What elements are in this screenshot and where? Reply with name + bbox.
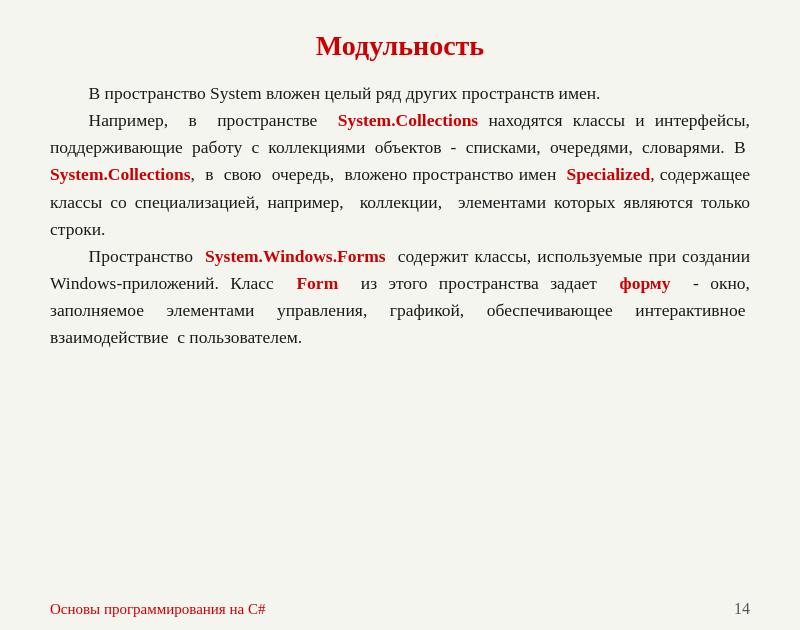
footer-title: Основы программирования на C# [50, 601, 265, 618]
slide-title: Модульность [50, 30, 750, 62]
slide: Модульность В пространство System вложен… [0, 0, 800, 630]
paragraph-3: Пространство System.Windows.Forms содерж… [50, 243, 750, 352]
highlight-system-windows-forms: System.Windows.Forms [205, 246, 386, 266]
highlight-forma: форму [620, 273, 671, 293]
highlight-form: Form [296, 273, 338, 293]
slide-content: В пространство System вложен целый ряд д… [50, 80, 750, 570]
footer-page: 14 [734, 600, 750, 618]
highlight-system-collections-1: System.Collections [338, 110, 478, 130]
paragraph-2: Например, в пространстве System.Collecti… [50, 107, 750, 243]
highlight-specialized: Specialized [567, 164, 651, 184]
highlight-system-collections-2: System.Collections [50, 164, 190, 184]
slide-footer: Основы программирования на C# 14 [0, 600, 800, 618]
paragraph-1: В пространство System вложен целый ряд д… [50, 80, 750, 107]
